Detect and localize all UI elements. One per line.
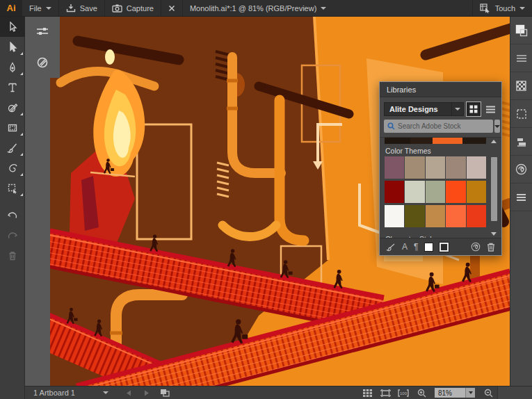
pen-tool[interactable] [0, 57, 25, 77]
scrollbar-thumb[interactable] [491, 157, 497, 221]
delete-button[interactable] [0, 245, 25, 266]
add-character-style-button[interactable]: A [402, 242, 408, 252]
delete-item-button[interactable] [487, 243, 495, 252]
tools-panel [0, 17, 25, 399]
add-fill-color-button[interactable] [424, 243, 433, 252]
close-icon [168, 5, 175, 12]
stock-search-field[interactable] [384, 120, 493, 133]
artboards-panel-button[interactable] [510, 17, 532, 44]
chevron-down-icon [519, 7, 525, 10]
free-transform-tool[interactable] [0, 178, 25, 198]
file-menu[interactable]: File [22, 0, 59, 16]
color-theme-row[interactable] [385, 205, 486, 227]
capture-button[interactable]: Capture [105, 0, 161, 16]
undo-button[interactable] [0, 205, 25, 225]
swatch[interactable] [426, 205, 445, 227]
color-theme-row[interactable] [385, 181, 486, 203]
add-paragraph-style-button[interactable]: ¶ [414, 242, 418, 252]
swatch[interactable] [405, 181, 424, 203]
swatch[interactable] [426, 156, 445, 179]
creative-cloud-panel-button[interactable] [510, 156, 532, 184]
libraries-scrollbar[interactable] [490, 139, 499, 236]
dashed-box-icon [516, 108, 527, 120]
lines-icon [516, 54, 527, 63]
rectangle-tool[interactable] [0, 117, 25, 138]
transform-panel-button[interactable] [510, 100, 532, 128]
chevron-down-icon [469, 391, 473, 394]
zoom-out-button[interactable] [479, 386, 497, 399]
swatch[interactable] [385, 181, 404, 203]
type-tool[interactable] [0, 77, 25, 97]
grid-view-button[interactable] [467, 102, 481, 116]
library-select-arrow[interactable] [451, 103, 463, 115]
grid-icon [363, 389, 372, 397]
draw-mode-button[interactable] [25, 47, 60, 78]
library-select[interactable]: Alite Designs [384, 102, 464, 116]
new-artboard-button[interactable] [156, 386, 174, 399]
checkerboard-icon [516, 81, 526, 91]
swatch[interactable] [426, 181, 445, 203]
artboard-navigation[interactable]: 1 Artboard 1 [25, 389, 108, 397]
swatch[interactable] [385, 205, 404, 227]
close-document-button[interactable] [161, 0, 183, 16]
libraries-panel-header[interactable]: Libraries [380, 82, 501, 97]
shaper-tool[interactable] [0, 97, 25, 117]
redo-button[interactable] [0, 225, 25, 245]
swatches-panel-button[interactable] [510, 72, 532, 100]
add-graphic-button[interactable] [386, 243, 396, 252]
paintbrush-tool[interactable] [0, 138, 25, 158]
swatch[interactable] [405, 156, 424, 179]
direct-selection-tool[interactable] [0, 37, 25, 57]
tool-options-button[interactable] [25, 17, 60, 47]
scroll-up-icon[interactable] [491, 139, 497, 144]
swatch[interactable] [433, 138, 463, 144]
swatch[interactable] [385, 156, 404, 179]
illustrator-window: Ai File Save Capture Monolit [0, 0, 532, 399]
swatch[interactable] [467, 205, 486, 227]
save-label: Save [80, 4, 97, 13]
layers-panel-button[interactable] [510, 128, 532, 156]
selection-tool[interactable] [0, 17, 25, 37]
swatch[interactable] [405, 205, 424, 227]
cc-sync-button[interactable] [471, 242, 481, 252]
swatch[interactable] [446, 181, 465, 203]
save-button[interactable]: Save [59, 0, 105, 16]
swatch[interactable] [410, 138, 433, 144]
next-artboard-button[interactable] [138, 386, 156, 399]
scroll-down-icon[interactable] [491, 231, 497, 236]
libraries-title: Libraries [387, 86, 416, 94]
zoom-in-button[interactable] [412, 386, 430, 399]
workspace-switcher[interactable]: Touch [473, 3, 532, 13]
swatch[interactable] [462, 138, 486, 144]
add-stroke-color-button[interactable] [440, 243, 449, 252]
zoom-value: 81% [435, 388, 465, 398]
search-options-arrow[interactable] [494, 120, 500, 133]
zoom-select-arrow[interactable] [465, 388, 475, 398]
trash-icon [487, 243, 495, 252]
search-input[interactable] [398, 122, 490, 130]
actual-size-button[interactable]: 100 [394, 386, 412, 399]
panel-menu-button[interactable] [510, 184, 532, 211]
list-view-button[interactable] [483, 102, 497, 116]
swatch[interactable] [385, 138, 410, 144]
layers-icon [516, 137, 527, 147]
color-themes-label: Color Themes [385, 147, 431, 155]
swatch[interactable] [467, 156, 486, 179]
stroke-panel-button[interactable] [510, 44, 532, 72]
artboard-grid-button[interactable] [358, 386, 376, 399]
tool-flyout-indicator [20, 173, 23, 176]
swatch[interactable] [467, 181, 486, 203]
swatch[interactable] [446, 156, 465, 179]
search-icon [387, 122, 395, 130]
partial-theme-row[interactable] [385, 138, 486, 144]
character-styles-label: Character Styles [385, 235, 440, 238]
zoom-level-select[interactable]: 81% [435, 388, 475, 398]
document-tab[interactable]: Monolith.ai*:1 @ 81% (RGB/Preview) [183, 0, 333, 16]
previous-artboard-button[interactable] [120, 386, 138, 399]
fit-artboard-button[interactable] [376, 386, 394, 399]
swatch[interactable] [446, 205, 465, 227]
capture-label: Capture [127, 4, 154, 13]
ink-brush-icon [386, 243, 396, 252]
blob-brush-tool[interactable] [0, 158, 25, 178]
color-theme-row[interactable] [385, 156, 486, 179]
